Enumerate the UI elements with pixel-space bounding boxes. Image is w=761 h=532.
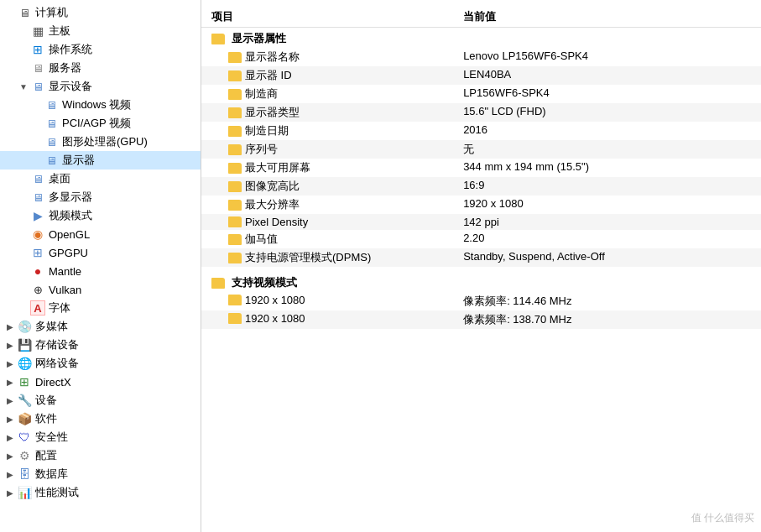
prop-value: 16:9: [453, 177, 761, 196]
sidebar-item-label: 设备: [35, 393, 57, 408]
folder-icon: [228, 144, 242, 155]
sidebar-item-label: 存储设备: [35, 337, 79, 352]
prop-value: 无: [453, 140, 761, 159]
expand-arrow[interactable]: ▶: [3, 320, 17, 333]
sidebar-item-pci-video[interactable]: 🖥 PCI/AGP 视频: [0, 114, 201, 133]
sidebar-item-benchmark[interactable]: ▶ 📊 性能测试: [0, 483, 201, 502]
sidebar-item-directx[interactable]: ▶ ⊞ DirectX: [0, 373, 201, 391]
sidebar-item-display-device[interactable]: ▼ 🖥 显示设备: [0, 77, 201, 96]
expand-arrow[interactable]: ▶: [3, 486, 17, 499]
sidebar-item-label: PCI/AGP 视频: [62, 116, 131, 131]
sidebar-item-gpgpu[interactable]: ⊞ GPGPU: [0, 243, 201, 262]
expand-arrow[interactable]: ▶: [3, 357, 17, 370]
folder-icon: [228, 253, 242, 263]
sidebar-item-label: GPGPU: [49, 247, 88, 259]
expand-arrow[interactable]: ▼: [17, 80, 30, 93]
folder-icon: [211, 278, 225, 289]
sidebar-item-multi-monitor[interactable]: 🖥 多显示器: [0, 188, 201, 206]
expand-arrow[interactable]: ▶: [3, 338, 17, 352]
prop-name: 1920 x 1080: [211, 294, 443, 306]
sidebar-item-label: DirectX: [35, 376, 71, 389]
pci-video-icon: 🖥: [44, 116, 59, 131]
folder-icon: [228, 216, 242, 227]
expand-arrow[interactable]: ▶: [3, 375, 17, 389]
prop-name: 支持电源管理模式(DPMS): [211, 250, 443, 265]
sidebar-item-label: 网络设备: [35, 356, 79, 371]
prop-name: Pixel Density: [211, 216, 443, 228]
sidebar-item-opengl[interactable]: ◉ OpenGL: [0, 225, 201, 243]
sidebar-item-motherboard[interactable]: ▦ 主板: [0, 22, 201, 40]
sidebar-item-network[interactable]: ▶ 🌐 网络设备: [0, 354, 201, 373]
prop-name: 1920 x 1080: [211, 312, 443, 325]
prop-value: 344 mm x 194 mm (15.5"): [453, 159, 761, 177]
sidebar-item-software[interactable]: ▶ 📦 软件: [0, 409, 201, 428]
sidebar-item-label: 操作系统: [49, 42, 92, 57]
table-row: 制造商 LP156WF6-SPK4: [201, 85, 761, 103]
sidebar-item-database[interactable]: ▶ 🗄 数据库: [0, 465, 201, 483]
sidebar-item-desktop[interactable]: 🖥 桌面: [0, 170, 201, 188]
folder-icon: [228, 313, 242, 324]
sidebar-item-config[interactable]: ▶ ⚙ 配置: [0, 446, 201, 465]
sidebar-item-windows-video[interactable]: 🖥 Windows 视频: [0, 96, 201, 114]
table-row: 最大可用屏幕 344 mm x 194 mm (15.5"): [201, 159, 761, 177]
table-row: 显示器名称 Lenovo LP156WF6-SPK4: [201, 48, 761, 66]
folder-icon: [211, 34, 225, 44]
expand-arrow[interactable]: ▶: [3, 467, 17, 481]
sidebar-item-monitor[interactable]: 🖥 显示器: [0, 151, 201, 170]
sidebar-item-computer[interactable]: 🖥 计算机: [0, 3, 201, 22]
sidebar-item-label: 计算机: [35, 5, 68, 20]
prop-name: 伽马值: [211, 232, 443, 247]
expand-arrow[interactable]: ▶: [3, 430, 17, 444]
sidebar-item-server[interactable]: 🖥 服务器: [0, 59, 201, 77]
prop-value: Standby, Suspend, Active-Off: [453, 248, 761, 267]
detail-table: 项目 当前值 显示器属性 显示器名称 Lenovo LP156WF6-SPK4 …: [201, 7, 761, 329]
sidebar-item-gpu[interactable]: 🖥 图形处理器(GPU): [0, 133, 201, 151]
sidebar-item-video-mode[interactable]: ▶ 视频模式: [0, 206, 201, 225]
display-device-icon: 🖥: [30, 79, 45, 94]
vulkan-icon: ⊕: [30, 282, 45, 297]
monitor-icon: 🖥: [44, 153, 59, 168]
prop-value: 142 ppi: [453, 214, 761, 230]
expand-arrow[interactable]: ▶: [3, 449, 17, 462]
folder-icon: [228, 163, 242, 174]
mantle-icon: ●: [30, 263, 45, 279]
table-row: 制造日期 2016: [201, 122, 761, 140]
section2-title: 支持视频模式: [232, 275, 297, 290]
directx-icon: ⊞: [17, 374, 32, 389]
sidebar-item-mantle[interactable]: ● Mantle: [0, 262, 201, 280]
prop-value: 1920 x 1080: [453, 196, 761, 214]
sidebar-item-media[interactable]: ▶ 💿 多媒体: [0, 317, 201, 336]
sidebar-item-label: 图形处理器(GPU): [62, 134, 148, 149]
sidebar-item-label: 安全性: [35, 430, 68, 445]
sidebar-item-label: Windows 视频: [62, 97, 131, 112]
section-header-display: 显示器属性: [201, 28, 761, 49]
prop-name: 显示器 ID: [211, 68, 443, 83]
table-row: 支持电源管理模式(DPMS) Standby, Suspend, Active-…: [201, 248, 761, 267]
sidebar-item-security[interactable]: ▶ 🛡 安全性: [0, 428, 201, 446]
security-icon: 🛡: [17, 430, 32, 445]
sidebar-item-os[interactable]: ⊞ 操作系统: [0, 40, 201, 59]
prop-name: 制造日期: [211, 123, 443, 138]
gpu-icon: 🖥: [44, 134, 59, 149]
prop-name: 显示器名称: [211, 50, 443, 65]
desktop-icon: 🖥: [30, 171, 45, 186]
expand-arrow[interactable]: ▶: [3, 394, 17, 407]
multi-monitor-icon: 🖥: [30, 190, 45, 205]
prop-value: 2.20: [453, 230, 761, 248]
prop-value: 像素频率: 114.46 MHz: [453, 292, 761, 310]
table-row: 序列号 无: [201, 140, 761, 159]
sidebar-item-vulkan[interactable]: ⊕ Vulkan: [0, 280, 201, 299]
folder-icon: [228, 70, 242, 81]
sidebar-item-device[interactable]: ▶ 🔧 设备: [0, 391, 201, 409]
sidebar-item-storage[interactable]: ▶ 💾 存储设备: [0, 336, 201, 354]
table-row: 显示器 ID LEN40BA: [201, 66, 761, 85]
prop-name: 制造商: [211, 86, 443, 102]
computer-icon: 🖥: [17, 5, 32, 20]
sidebar-item-font[interactable]: A 字体: [0, 299, 201, 317]
main-content: 项目 当前值 显示器属性 显示器名称 Lenovo LP156WF6-SPK4 …: [201, 0, 761, 532]
sidebar-item-label: 桌面: [49, 171, 70, 186]
database-icon: 🗄: [17, 467, 32, 482]
folder-icon: [228, 107, 242, 118]
sidebar-item-label: 主板: [49, 23, 70, 39]
expand-arrow[interactable]: ▶: [3, 412, 17, 425]
